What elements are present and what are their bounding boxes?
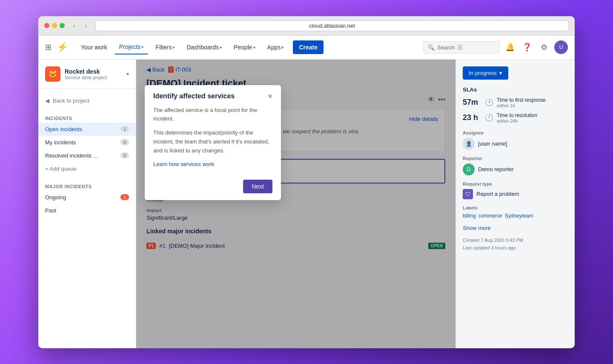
last-updated: Last updated 4 hours ago	[463, 244, 568, 252]
atlassian-logo[interactable]: ⚡	[57, 42, 68, 53]
assignee-section: Assignee 👤 [user name]	[463, 130, 568, 150]
open-incidents-badge: 1	[120, 126, 129, 132]
nav-projects[interactable]: Projects ▾	[115, 40, 148, 54]
sidebar-item-resolved-incidents[interactable]: Resolved incidents ... 0	[38, 149, 136, 162]
status-button[interactable]: In-progress ▾	[463, 66, 508, 80]
modal-footer: Next	[145, 175, 281, 200]
modal-overlay: Identify affected services × The affecte…	[136, 60, 455, 348]
sidebar-incidents-title: Incidents	[38, 112, 136, 123]
modal-close-button[interactable]: ×	[268, 92, 272, 101]
create-button[interactable]: Create	[293, 40, 324, 54]
sla-info-1: Time to first response within 1h	[497, 97, 546, 108]
search-placeholder: Search	[437, 44, 455, 51]
sidebar-major-title: Major incidents	[38, 181, 136, 191]
user-avatar[interactable]: U	[554, 40, 568, 54]
sla-info-2: Time to resolution within 24h	[497, 112, 537, 123]
search-box[interactable]: 🔍 Search /	[423, 41, 500, 54]
reporter-avatar: D	[463, 163, 475, 175]
show-more-button[interactable]: Show more	[463, 225, 568, 231]
meta-info: Created 7 Aug 2020 5:43 PM Last updated …	[463, 236, 568, 252]
sidebar-item-ongoing[interactable]: Ongoing 1	[38, 191, 136, 204]
nav-arrows: ‹ ›	[69, 20, 91, 31]
project-avatar: 🐱	[45, 66, 60, 82]
assignee-avatar: 👤	[463, 138, 475, 150]
request-type-icon: 🛡	[463, 189, 473, 199]
content-area: ◀ Back ! IT-003 [DEMO] Incident ticket C…	[136, 60, 455, 348]
next-button[interactable]: Next	[243, 180, 272, 193]
sidebar-item-my-incidents[interactable]: My incidents 0	[38, 136, 136, 149]
request-type-label: Request type	[463, 181, 568, 186]
sla-label-1: Time to first response	[497, 97, 546, 103]
label-commerce[interactable]: commerce	[478, 213, 502, 219]
browser-chrome: ‹ › cloud.atlassian.net	[38, 16, 575, 36]
sla-time-1: 57m	[463, 98, 481, 107]
modal-learn-link[interactable]: Learn how services work	[153, 161, 214, 167]
sidebar-project: 🐱 Rocket desk Service desk project ▾	[38, 66, 136, 89]
sla-sub-2: within 24h	[497, 118, 537, 123]
project-expand-icon[interactable]: ▾	[126, 71, 129, 77]
chevron-down-icon: ▾	[281, 45, 284, 50]
nav-dashboards[interactable]: Dashboards ▾	[182, 40, 226, 54]
clock-icon-1: 🕐	[485, 98, 493, 106]
sidebar-item-past[interactable]: Past	[38, 204, 136, 217]
traffic-lights	[44, 23, 65, 28]
nav-your-work[interactable]: Your work	[77, 40, 112, 54]
request-type-row: 🛡 Report a problem	[463, 189, 568, 199]
my-incidents-badge: 0	[120, 139, 129, 145]
forward-arrow[interactable]: ›	[81, 20, 91, 31]
close-button[interactable]	[44, 23, 49, 28]
labels-label: Labels	[463, 205, 568, 210]
project-info: Rocket desk Service desk project	[65, 68, 122, 80]
project-name: Rocket desk	[65, 68, 122, 75]
nav-filters[interactable]: Filters ▾	[151, 40, 179, 54]
sidebar-back-to-project[interactable]: ◀ Back to project	[38, 94, 136, 107]
sla-item-2: 23 h 🕐 Time to resolution within 24h	[463, 112, 568, 123]
assignee-label: Assignee	[463, 130, 568, 135]
label-billing[interactable]: billing	[463, 213, 476, 219]
modal-title: Identify affected services	[153, 92, 235, 100]
request-type-section: Request type 🛡 Report a problem	[463, 181, 568, 199]
ongoing-badge: 1	[120, 194, 129, 200]
modal-text-1: The affected service is a focal point fo…	[153, 106, 272, 124]
clock-icon-2: 🕐	[485, 114, 493, 122]
help-button[interactable]: ❓	[520, 40, 534, 54]
reporter-name: Demo reporter	[478, 166, 514, 172]
project-sub: Service desk project	[65, 75, 122, 80]
labels-row: billing commerce Sydneyteam	[463, 213, 568, 219]
right-panel: In-progress ▾ SLAs 57m 🕐 Time to first r…	[455, 60, 575, 348]
sidebar: 🐱 Rocket desk Service desk project ▾ ◀ B…	[38, 60, 136, 348]
resolved-incidents-badge: 0	[120, 152, 129, 158]
sidebar-add-queue[interactable]: + Add queue	[38, 162, 136, 175]
search-shortcut: /	[457, 44, 463, 50]
nav-apps[interactable]: Apps ▾	[263, 40, 288, 54]
identify-services-modal: Identify affected services × The affecte…	[145, 85, 281, 201]
nav-people[interactable]: People ▾	[229, 40, 260, 54]
modal-text-2: This determines the impact/priority of t…	[153, 129, 272, 155]
settings-button[interactable]: ⚙	[537, 40, 551, 54]
reporter-section: Reporter D Demo reporter	[463, 156, 568, 175]
maximize-button[interactable]	[60, 23, 65, 28]
modal-header: Identify affected services ×	[145, 85, 281, 106]
reporter-row: D Demo reporter	[463, 163, 568, 175]
chevron-down-icon: ▾	[141, 45, 143, 49]
main-area: 🐱 Rocket desk Service desk project ▾ ◀ B…	[38, 60, 575, 348]
top-nav: ⊞ ⚡ Your work Projects ▾ Filters ▾ Dashb…	[38, 36, 575, 60]
chevron-down-icon: ▾	[253, 45, 255, 50]
back-arrow[interactable]: ‹	[69, 20, 79, 31]
chevron-down-icon: ▾	[499, 70, 502, 76]
address-bar[interactable]: cloud.atlassian.net	[95, 20, 569, 31]
sla-section: SLAs 57m 🕐 Time to first response within…	[463, 86, 568, 123]
minimize-button[interactable]	[52, 23, 57, 28]
sla-title: SLAs	[463, 86, 568, 93]
assignee-row: 👤 [user name]	[463, 138, 568, 150]
sidebar-item-open-incidents[interactable]: Open incidents 1	[38, 123, 136, 136]
notifications-button[interactable]: 🔔	[503, 40, 517, 54]
sla-label-2: Time to resolution	[497, 112, 537, 118]
modal-body: The affected service is a focal point fo…	[145, 106, 281, 175]
reporter-label: Reporter	[463, 156, 568, 161]
label-sydneyteam[interactable]: Sydneyteam	[505, 213, 533, 219]
grid-icon[interactable]: ⊞	[45, 43, 52, 52]
labels-section: Labels billing commerce Sydneyteam	[463, 205, 568, 219]
chevron-down-icon: ▾	[172, 45, 175, 50]
search-icon: 🔍	[428, 44, 435, 51]
